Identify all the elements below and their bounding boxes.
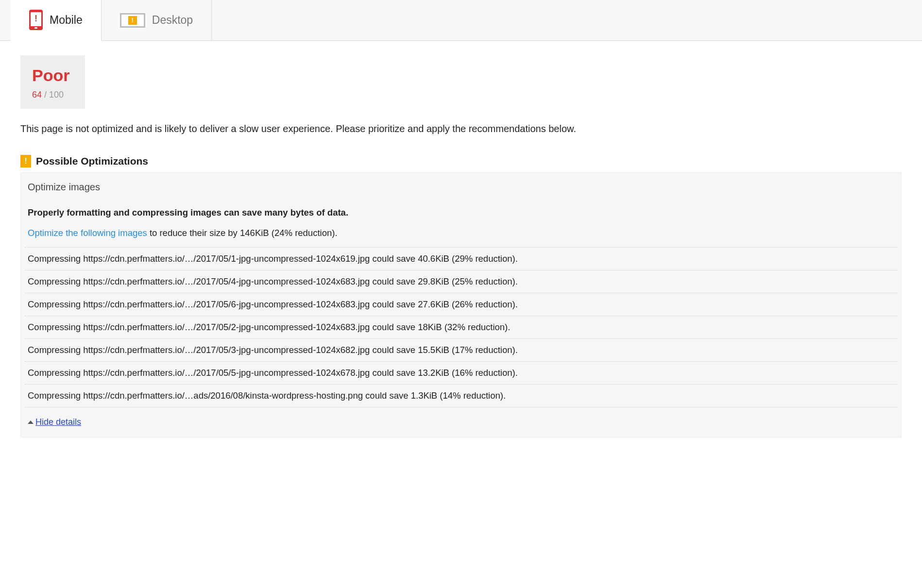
tab-desktop[interactable]: ! Desktop xyxy=(102,0,212,40)
optimization-panel: Optimize images Properly formatting and … xyxy=(20,172,902,437)
optimization-row: Compressing https://cdn.perfmatters.io/…… xyxy=(25,385,897,407)
score-sep: / xyxy=(42,90,49,100)
optimization-row: Compressing https://cdn.perfmatters.io/…… xyxy=(25,316,897,339)
optimization-row: Compressing https://cdn.perfmatters.io/…… xyxy=(25,362,897,385)
score-max: 100 xyxy=(49,90,64,100)
optimization-row: Compressing https://cdn.perfmatters.io/…… xyxy=(25,339,897,362)
collapse-up-icon xyxy=(28,420,34,424)
optimization-rows: Compressing https://cdn.perfmatters.io/…… xyxy=(21,247,901,407)
optimization-row: Compressing https://cdn.perfmatters.io/…… xyxy=(25,270,897,293)
tab-desktop-label: Desktop xyxy=(152,14,193,27)
optimize-link[interactable]: Optimize the following images xyxy=(28,228,147,238)
optimization-row: Compressing https://cdn.perfmatters.io/…… xyxy=(25,293,897,316)
warning-badge-icon: ! xyxy=(20,155,31,168)
section-title-text: Possible Optimizations xyxy=(36,155,148,167)
tabs-bar: ! Mobile ! Desktop xyxy=(0,0,922,41)
hide-details[interactable]: Hide details xyxy=(21,407,901,427)
optimize-subheading: Properly formatting and compressing imag… xyxy=(21,207,901,218)
score-value: 64 xyxy=(32,90,42,100)
tab-mobile-label: Mobile xyxy=(50,14,83,27)
optimize-description: Optimize the following images to reduce … xyxy=(21,228,901,238)
content-area: Poor 64 / 100 This page is not optimized… xyxy=(0,41,922,452)
section-title: ! Possible Optimizations xyxy=(20,155,902,168)
optimize-heading: Optimize images xyxy=(21,182,901,199)
optimization-row: Compressing https://cdn.perfmatters.io/…… xyxy=(25,247,897,270)
score-box: Poor 64 / 100 xyxy=(20,55,85,109)
mobile-warning-icon: ! xyxy=(29,10,43,30)
tab-mobile[interactable]: ! Mobile xyxy=(11,0,102,41)
summary-text: This page is not optimized and is likely… xyxy=(20,123,902,134)
score-rating: Poor xyxy=(32,66,69,85)
hide-details-link[interactable]: Hide details xyxy=(35,417,81,427)
optimize-link-rest: to reduce their size by 146KiB (24% redu… xyxy=(147,228,338,238)
score-line: 64 / 100 xyxy=(32,90,69,100)
desktop-warning-icon: ! xyxy=(120,13,145,28)
